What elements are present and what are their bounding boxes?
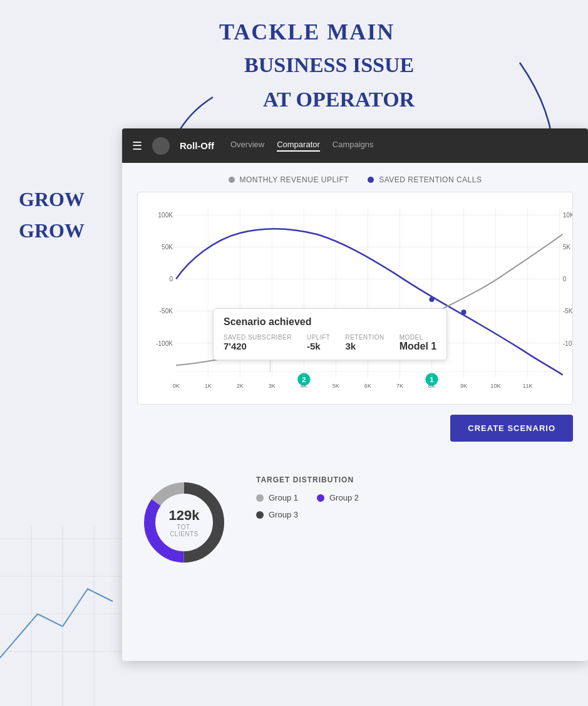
tab-overview[interactable]: Overview [230,140,264,152]
group-label-2: Group 2 [329,493,359,502]
svg-text:-10K: -10K [563,340,572,347]
svg-text:1K: 1K [205,383,212,389]
donut-value: 129k [169,507,200,524]
app-header: ☰ Roll-Off Overview Comparator Campaigns [122,128,588,163]
group-label-3: Group 3 [269,510,298,519]
legend-dot-grey [229,177,235,183]
svg-text:2K: 2K [237,383,244,389]
chart-svg: 100K 50K 0 -50K -100K 10K 5K 0 -5K -10K … [138,192,572,404]
tooltip-value-model: Model 1 [400,341,437,352]
legend-label-monthly: MONTHLY REVENUE UPLIFT [240,175,349,184]
legend-dot-blue [368,177,374,183]
svg-text:-5K: -5K [563,308,572,314]
tab-comparator[interactable]: Comparator [277,140,320,152]
donut-center: 129k TOT. CLIENTS [169,507,200,537]
tooltip-value-subscriber: 7'420 [224,341,292,351]
svg-text:5K: 5K [333,383,340,389]
distribution-section: 129k TOT. CLIENTS TARGET DISTRIBUTION Gr… [137,469,573,576]
svg-text:11K: 11K [522,383,533,389]
chart-container: 100K 50K 0 -50K -100K 10K 5K 0 -5K -10K … [137,192,573,405]
group-item-2: Group 2 [317,493,359,502]
svg-text:2: 2 [302,376,306,383]
create-scenario-button[interactable]: CREATE SCENARIO [450,415,573,442]
app-logo [152,137,170,155]
svg-text:7K: 7K [396,383,404,389]
svg-text:100K: 100K [158,212,173,219]
app-panel: ☰ Roll-Off Overview Comparator Campaigns… [122,128,588,661]
group-list: Group 1 Group 2 Group 3 [256,493,573,519]
tooltip-col-model: MODEL Model 1 [400,334,437,352]
group-item-1: Group 1 [256,493,298,502]
tooltip-col-retention: RETENTION 3k [345,334,384,352]
tooltip-label-retention: RETENTION [345,334,384,341]
tooltip-label-subscriber: SAVED SUBSCRIBER [224,334,292,341]
handwriting-grow1: GROW [19,188,85,211]
svg-text:-100K: -100K [156,340,173,347]
svg-text:0: 0 [169,276,173,283]
svg-text:0K: 0K [173,383,180,389]
svg-text:9K: 9K [460,383,468,389]
tooltip-label-uplift: UPLIFT [307,334,330,341]
svg-text:3K: 3K [269,383,276,389]
donut-label-line2: CLIENTS [169,531,200,537]
svg-text:-50K: -50K [160,308,173,314]
app-content: MONTHLY REVENUE UPLIFT SAVED RETENTION C… [122,163,588,588]
chart-tooltip: Scenario achieved SAVED SUBSCRIBER 7'420… [213,308,447,360]
group-label-1: Group 1 [269,493,298,502]
svg-text:10K: 10K [563,212,572,219]
group-dot-3 [256,511,264,519]
tooltip-label-model: MODEL [400,334,437,341]
tooltip-title: Scenario achieved [224,316,436,328]
svg-point-47 [429,297,434,302]
nav-tabs: Overview Comparator Campaigns [230,140,374,152]
svg-text:1: 1 [430,376,433,383]
svg-text:0: 0 [563,276,567,283]
svg-text:10K: 10K [490,383,501,389]
svg-point-48 [461,309,466,314]
hamburger-icon[interactable]: ☰ [132,139,142,153]
btn-row: CREATE SCENARIO [137,415,573,454]
distribution-title: TARGET DISTRIBUTION [256,475,573,484]
svg-text:5K: 5K [563,244,571,251]
tooltip-row: SAVED SUBSCRIBER 7'420 UPLIFT -5k RETENT… [224,334,436,352]
tooltip-value-uplift: -5k [307,341,330,351]
tab-campaigns[interactable]: Campaigns [333,140,374,152]
tooltip-col-subscriber: SAVED SUBSCRIBER 7'420 [224,334,292,352]
distribution-info: TARGET DISTRIBUTION Group 1 Group 2 Grou… [256,475,573,519]
handwriting-tackle: TACKLE MAIN [219,19,395,45]
group-item-3: Group 3 [256,510,573,519]
svg-text:50K: 50K [162,244,173,251]
legend-saved-retention: SAVED RETENTION CALLS [368,175,482,184]
tooltip-connector [270,360,271,372]
tooltip-value-retention: 3k [345,341,384,351]
handwriting-grow2: GROW [19,219,85,242]
legend-label-retention: SAVED RETENTION CALLS [379,175,482,184]
chart-legend: MONTHLY REVENUE UPLIFT SAVED RETENTION C… [137,175,573,184]
handwriting-at: AT OPERATOR [263,88,415,112]
donut-label-line1: TOT. [169,524,200,531]
svg-text:6K: 6K [364,383,372,389]
group-dot-1 [256,494,264,502]
tooltip-col-uplift: UPLIFT -5k [307,334,330,352]
app-title: Roll-Off [180,140,214,151]
donut-chart: 129k TOT. CLIENTS [137,475,231,569]
legend-monthly-revenue: MONTHLY REVENUE UPLIFT [229,175,349,184]
handwriting-business: BUSINESS ISSUE [244,53,414,77]
group-dot-2 [317,494,324,502]
